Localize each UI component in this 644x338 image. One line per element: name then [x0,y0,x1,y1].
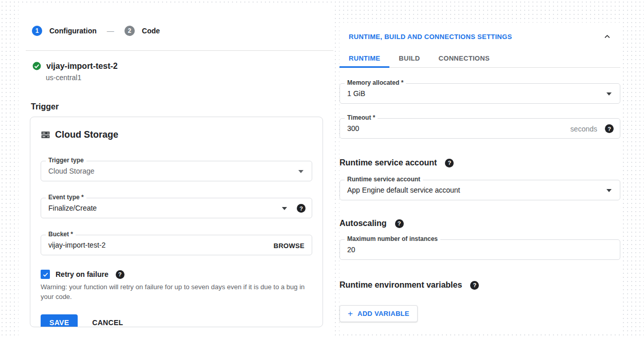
autoscaling-heading: Autoscaling [339,219,387,228]
max-instances-input[interactable]: Maximum number of instances 20 [339,239,620,260]
service-account-value: App Engine default service account [347,186,460,194]
stepper: 1 Configuration — 2 Code [32,26,333,36]
plus-icon: + [348,309,353,318]
stepper-divider [26,50,333,51]
timeout-input[interactable]: Timeout * 300 seconds ? [339,118,620,139]
cloud-storage-icon [41,130,50,140]
max-instances-value: 20 [347,246,355,254]
settings-collapse-toggle[interactable]: RUNTIME, BUILD AND CONNECTIONS SETTINGS [349,33,611,41]
timeout-value: 300 [347,124,359,133]
chevron-down-icon [282,207,287,210]
success-check-icon [32,61,42,71]
chevron-down-icon [298,170,303,173]
event-type-value: Finalize/Create [48,204,97,212]
cloud-function-edit-page: 1 Configuration — 2 Code vijay-import-te… [0,0,644,338]
retry-help-icon[interactable]: ? [116,270,124,279]
trigger-type-select[interactable]: Trigger type Cloud Storage [41,161,312,181]
chevron-up-icon [603,33,611,41]
browse-button[interactable]: BROWSE [274,242,305,250]
memory-allocated-label: Memory allocated * [345,79,406,86]
env-vars-help-icon[interactable]: ? [470,281,479,290]
step-2-indicator[interactable]: 2 [124,26,135,36]
service-account-heading: Runtime service account [339,158,437,167]
configuration-panel: 1 Configuration — 2 Code vijay-import-te… [19,4,333,336]
service-account-help-icon[interactable]: ? [445,159,454,167]
memory-allocated-value: 1 GiB [347,89,365,98]
event-type-label: Event type * [46,194,86,201]
step-1-label[interactable]: Configuration [49,27,97,35]
chevron-down-icon [606,189,612,192]
settings-header-title: RUNTIME, BUILD AND CONNECTIONS SETTINGS [349,33,512,41]
add-variable-button[interactable]: + ADD VARIABLE [339,305,418,322]
function-header: vijay-import-test-2 [32,61,333,71]
max-instances-label: Maximum number of instances [345,235,440,242]
tab-runtime[interactable]: RUNTIME [339,49,389,67]
env-vars-heading: Runtime environment variables [339,280,462,290]
step-separator: — [107,27,114,35]
autoscaling-heading-row: Autoscaling ? [339,219,620,228]
retry-label[interactable]: Retry on failure [56,270,109,278]
retry-on-failure-row: Retry on failure ? [41,270,312,279]
retry-checkbox[interactable] [41,270,50,279]
event-type-help-icon[interactable]: ? [297,204,306,213]
trigger-type-value: Cloud Storage [48,167,95,175]
event-type-select[interactable]: Event type * Finalize/Create ? [41,198,312,218]
timeout-help-icon[interactable]: ? [605,124,614,133]
chevron-down-icon [606,92,612,96]
trigger-card-title: Cloud Storage [55,129,118,140]
step-2-label[interactable]: Code [142,27,160,35]
service-account-select[interactable]: Runtime service account App Engine defau… [339,180,620,200]
function-region: us-central1 [46,73,333,82]
trigger-section-title: Trigger [31,102,333,111]
service-account-heading-row: Runtime service account ? [339,158,620,167]
bucket-value: vijay-import-test-2 [48,241,105,249]
service-account-label: Runtime service account [345,176,423,183]
function-name: vijay-import-test-2 [46,62,118,71]
trigger-card-header: Cloud Storage [41,129,312,140]
memory-allocated-select[interactable]: Memory allocated * 1 GiB [339,83,620,104]
cancel-button[interactable]: CANCEL [92,318,123,327]
bucket-label: Bucket * [46,231,76,238]
env-vars-heading-row: Runtime environment variables ? [339,280,620,290]
tab-build[interactable]: BUILD [389,49,429,67]
trigger-card: Cloud Storage Trigger type Cloud Storage… [30,117,323,327]
trigger-type-label: Trigger type [46,157,86,164]
retry-warning-text: Warning: your function will retry on fai… [41,283,312,302]
runtime-settings-panel: RUNTIME, BUILD AND CONNECTIONS SETTINGS … [339,23,620,332]
bucket-input[interactable]: Bucket * vijay-import-test-2 BROWSE [41,235,312,255]
action-buttons: SAVE CANCEL [41,314,312,327]
settings-tabs: RUNTIME BUILD CONNECTIONS [339,49,620,68]
timeout-label: Timeout * [345,114,378,121]
step-1-indicator[interactable]: 1 [32,26,42,36]
timeout-unit: seconds [570,125,597,133]
tab-connections[interactable]: CONNECTIONS [430,49,499,67]
add-variable-label: ADD VARIABLE [357,310,409,317]
save-button[interactable]: SAVE [41,314,78,327]
autoscaling-help-icon[interactable]: ? [395,219,404,228]
